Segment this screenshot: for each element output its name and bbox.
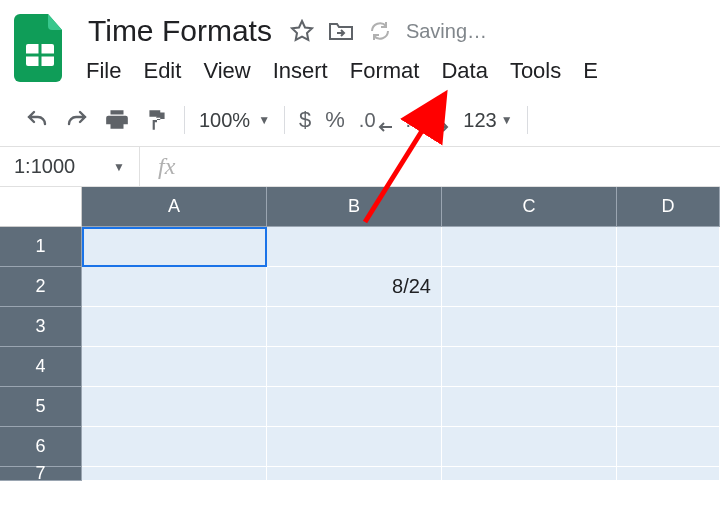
increase-decimal-label: .00 [406,109,434,132]
cell-D5[interactable] [617,387,720,427]
cell-A2[interactable] [82,267,267,307]
paint-format-icon[interactable] [144,107,170,133]
print-icon[interactable] [104,107,130,133]
spreadsheet-grid[interactable]: A B C D 1 2 8/24 3 4 5 6 7 [0,187,720,507]
name-box[interactable]: 1:1000 ▼ [0,147,140,186]
cell-A4[interactable] [82,347,267,387]
menu-insert[interactable]: Insert [273,58,328,84]
cell-B2[interactable]: 8/24 [267,267,442,307]
menu-file[interactable]: File [86,58,121,84]
zoom-value: 100% [199,109,250,132]
cell-C3[interactable] [442,307,617,347]
cell-C5[interactable] [442,387,617,427]
menu-view[interactable]: View [203,58,250,84]
cell-C4[interactable] [442,347,617,387]
cell-A7[interactable] [82,467,267,481]
chevron-down-icon: ▼ [113,160,125,174]
col-header-C[interactable]: C [442,187,617,227]
arrow-left-icon [378,122,392,132]
undo-icon[interactable] [24,108,50,132]
move-folder-icon[interactable] [328,19,354,43]
cell-D2[interactable] [617,267,720,307]
cell-D1[interactable] [617,227,720,267]
row-header-6[interactable]: 6 [0,427,82,467]
menu-format[interactable]: Format [350,58,420,84]
cell-D3[interactable] [617,307,720,347]
toolbar: 100% ▼ $ % .0 .00 123 ▼ [0,94,720,147]
decrease-decimal-label: .0 [359,109,376,132]
cell-B7[interactable] [267,467,442,481]
format-currency-button[interactable]: $ [299,107,311,133]
cell-B5[interactable] [267,387,442,427]
arrow-right-icon [435,122,449,132]
cell-D7[interactable] [617,467,720,481]
row-header-3[interactable]: 3 [0,307,82,347]
sheets-logo[interactable] [14,14,66,82]
row-header-1[interactable]: 1 [0,227,82,267]
select-all-corner[interactable] [0,187,82,227]
chevron-down-icon: ▼ [258,113,270,127]
decrease-decimal-button[interactable]: .0 [359,109,392,132]
menu-bar: File Edit View Insert Format Data Tools … [84,50,712,94]
saving-status: Saving… [406,20,487,43]
row-header-7[interactable]: 7 [0,467,82,481]
zoom-dropdown[interactable]: 100% ▼ [199,109,270,132]
cell-C2[interactable] [442,267,617,307]
cell-D4[interactable] [617,347,720,387]
cell-A6[interactable] [82,427,267,467]
col-header-B[interactable]: B [267,187,442,227]
cell-D6[interactable] [617,427,720,467]
menu-data[interactable]: Data [441,58,487,84]
redo-icon[interactable] [64,108,90,132]
cell-C6[interactable] [442,427,617,467]
document-title[interactable]: Time Formats [84,12,276,50]
more-formats-dropdown[interactable]: 123 ▼ [463,109,512,132]
menu-extensions-partial[interactable]: E [583,58,598,84]
cell-A3[interactable] [82,307,267,347]
fx-label: fx [140,153,193,180]
cell-B4[interactable] [267,347,442,387]
cell-C7[interactable] [442,467,617,481]
increase-decimal-button[interactable]: .00 [406,109,450,132]
star-icon[interactable] [290,19,314,43]
row-header-2[interactable]: 2 [0,267,82,307]
cell-A1[interactable] [82,227,267,267]
format-percent-button[interactable]: % [325,107,345,133]
menu-edit[interactable]: Edit [143,58,181,84]
menu-tools[interactable]: Tools [510,58,561,84]
cloud-sync-icon [368,19,392,43]
cell-B3[interactable] [267,307,442,347]
col-header-D[interactable]: D [617,187,720,227]
name-box-value: 1:1000 [14,155,75,178]
chevron-down-icon: ▼ [501,113,513,127]
row-header-5[interactable]: 5 [0,387,82,427]
cell-B1[interactable] [267,227,442,267]
cell-A5[interactable] [82,387,267,427]
more-formats-label: 123 [463,109,496,132]
cell-C1[interactable] [442,227,617,267]
col-header-A[interactable]: A [82,187,267,227]
cell-B6[interactable] [267,427,442,467]
row-header-4[interactable]: 4 [0,347,82,387]
